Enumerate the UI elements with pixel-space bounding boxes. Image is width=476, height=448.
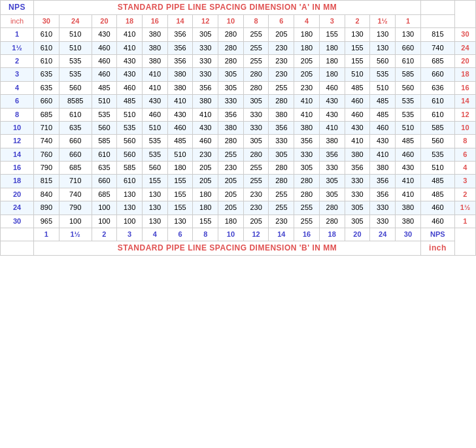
bottom-col-header-row: 1 1½ 2 3 4 6 8 10 12 14 16 18 20 24 30 N… [1, 228, 476, 241]
col-h-30: 30 [34, 14, 60, 27]
col-h-1: 1 [396, 14, 421, 27]
table-row: 2 61053546043038035633028025523020518015… [1, 54, 476, 67]
row-label-left: 30 [1, 215, 34, 228]
row-label-right: 4 [454, 162, 475, 175]
col-h-12: 12 [193, 14, 218, 27]
table-row: 20 8407406851301301551802052302552803053… [1, 188, 476, 201]
row-label-right: 16 [454, 81, 475, 94]
row-label-left: 18 [1, 175, 34, 188]
col-h-6: 6 [269, 14, 294, 27]
row-label-right: 1½ [454, 201, 475, 215]
row-label-left: 4 [1, 81, 34, 94]
title-bottom: STANDARD PIPE LINE SPACING DIMENSION 'B'… [34, 241, 421, 256]
row-label-right: 30 [454, 28, 475, 41]
col-h-24: 24 [59, 14, 92, 27]
bot-col-h-1: 1 [34, 228, 60, 241]
table-row: 10 7106355605355104604303803303563804104… [1, 121, 476, 134]
row-label-left: 1 [1, 28, 34, 41]
empty-footer-left [1, 241, 34, 256]
table-row: 6 66085855104854304103803303052804104304… [1, 95, 476, 108]
col-h-8: 8 [243, 14, 269, 27]
bot-col-h-24: 24 [370, 228, 396, 241]
col-h-3: 3 [319, 14, 345, 27]
title-top-row: NPS STANDARD PIPE LINE SPACING DIMENSION… [1, 1, 476, 15]
table-row: 8 68561053551046043041035633038041043046… [1, 108, 476, 121]
nps-bottom-label: NPS [420, 228, 454, 241]
row-label-right: 12 [454, 108, 475, 121]
col-header-row: inch 30 24 20 18 16 14 12 10 8 6 4 3 2 1… [1, 14, 476, 27]
col-h-1h: 1½ [370, 14, 396, 27]
bot-col-h-2: 2 [92, 228, 117, 241]
table-row: 16 7906856355855601802052302552803053303… [1, 162, 476, 175]
row-label-left: 6 [1, 95, 34, 108]
title-bottom-row: STANDARD PIPE LINE SPACING DIMENSION 'B'… [1, 241, 476, 256]
bot-col-h-20: 20 [345, 228, 370, 241]
bot-col-h-12: 12 [243, 228, 269, 241]
bot-col-h-18: 18 [319, 228, 345, 241]
row-label-left: 16 [1, 162, 34, 175]
empty-col-right [420, 14, 454, 27]
bot-col-h-14: 14 [269, 228, 294, 241]
table-row: 3 63553546043041038033030528023020518051… [1, 68, 476, 81]
table-row: 14 7606606105605355102302552803053303563… [1, 148, 476, 161]
bot-col-h-10: 10 [218, 228, 244, 241]
table-row: 12 7406605855605354854602803053303563804… [1, 135, 476, 148]
table-row: 30 9651001001001301301551802052302552803… [1, 215, 476, 228]
row-label-left: 3 [1, 68, 34, 81]
row-label-right: 18 [454, 68, 475, 81]
bot-col-h-30: 30 [396, 228, 421, 241]
nps-top-label: NPS [1, 1, 34, 15]
row-label-left: 1½ [1, 41, 34, 54]
col-h-18: 18 [117, 14, 143, 27]
col-h-4: 4 [294, 14, 320, 27]
row-label-left: 14 [1, 148, 34, 161]
bot-col-h-6: 6 [167, 228, 193, 241]
row-label-right: 10 [454, 121, 475, 134]
empty-top-right [420, 1, 454, 15]
row-label-right: 24 [454, 41, 475, 54]
empty-bottom-left [1, 228, 34, 241]
row-label-left: 24 [1, 201, 34, 215]
row-label-right: 20 [454, 54, 475, 67]
row-label-left: 20 [1, 188, 34, 201]
table-row: 1 61051043041038035630528025520518015513… [1, 28, 476, 41]
row-label-right: 1 [454, 215, 475, 228]
table-row: 1½ 6105104604103803563302802552301801801… [1, 41, 476, 54]
col-h-2: 2 [345, 14, 370, 27]
table-row: 4 63556048546041038035630528025523046048… [1, 81, 476, 94]
row-label-right: 2 [454, 188, 475, 201]
col-h-10: 10 [218, 14, 244, 27]
inch-bottom-label: inch [420, 241, 454, 256]
bot-col-h-16: 16 [294, 228, 320, 241]
col-h-14: 14 [167, 14, 193, 27]
col-h-20: 20 [92, 14, 117, 27]
main-table: NPS STANDARD PIPE LINE SPACING DIMENSION… [0, 0, 476, 256]
row-label-right: 8 [454, 135, 475, 148]
row-label-right: 14 [454, 95, 475, 108]
row-label-right: 3 [454, 175, 475, 188]
bot-col-h-1h: 1½ [59, 228, 92, 241]
row-label-left: 2 [1, 54, 34, 67]
title-top: STANDARD PIPE LINE SPACING DIMENSION 'A'… [34, 1, 421, 15]
row-label-left: 8 [1, 108, 34, 121]
table-row: 24 8907901001301301551802052302552552803… [1, 201, 476, 215]
table-row: 18 8157106606101551552052052552802803053… [1, 175, 476, 188]
bot-col-h-4: 4 [142, 228, 167, 241]
row-label-left: 12 [1, 135, 34, 148]
col-h-16: 16 [142, 14, 167, 27]
bot-col-h-3: 3 [117, 228, 143, 241]
inch-label: inch [1, 14, 34, 27]
bot-col-h-8: 8 [193, 228, 218, 241]
row-label-right: 6 [454, 148, 475, 161]
row-label-left: 10 [1, 121, 34, 134]
